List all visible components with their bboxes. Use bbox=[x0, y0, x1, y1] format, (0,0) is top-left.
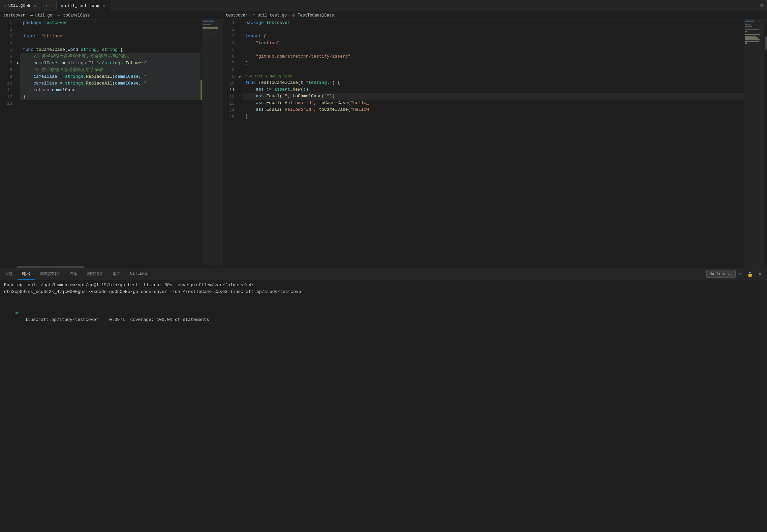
tab-more-button[interactable]: ··· bbox=[42, 0, 56, 11]
gutter-r7 bbox=[237, 60, 243, 67]
tab-problems-label: 问题 bbox=[5, 271, 13, 277]
tab-close-util-test-go[interactable]: ✕ bbox=[101, 3, 106, 9]
ln-right-11: 11 bbox=[226, 87, 235, 94]
right-editor-scroll[interactable]: 1 2 3 4 5 6 7 8 9 10 11 12 13 14 15 bbox=[222, 20, 767, 268]
right-vscroll-thumb[interactable] bbox=[765, 36, 767, 50]
breadcrumb-testcover-left[interactable]: testcover bbox=[3, 13, 25, 18]
left-scroll-thumb[interactable] bbox=[17, 266, 84, 268]
left-editor-pane: 1 2 3 4 5 6 7 8 9 10 11 12 13 bbox=[0, 20, 222, 268]
gutter-13 bbox=[15, 100, 20, 107]
ln-left-3: 3 bbox=[4, 33, 12, 40]
right-line-numbers: 1 2 3 4 5 6 7 8 9 10 11 12 13 14 15 bbox=[222, 20, 237, 268]
go-tests-dropdown[interactable]: Go Tests ⌄ bbox=[706, 270, 736, 278]
code-line-right-13: ass.Equal("Helloworld", toCamelCase("Hel… bbox=[243, 106, 744, 113]
clear-button[interactable]: ✕ bbox=[756, 270, 764, 278]
gutter-r3 bbox=[237, 33, 243, 40]
code-line-left-12: } bbox=[20, 94, 201, 100]
gutter-6 bbox=[15, 53, 20, 60]
code-line-left-1: package testcover bbox=[20, 20, 201, 26]
editors-container: 1 2 3 4 5 6 7 8 9 10 11 12 13 bbox=[0, 20, 767, 268]
gutter-warning-icon: ● bbox=[15, 60, 20, 67]
tab-terminal-label: 终端 bbox=[69, 271, 78, 277]
tab-gitlens[interactable]: GITLENS bbox=[125, 268, 152, 280]
tab-close-util-go[interactable]: ✕ bbox=[32, 3, 37, 8]
code-line-right-5 bbox=[243, 46, 744, 53]
right-vscrollbar[interactable] bbox=[764, 20, 767, 268]
ln-left-2: 2 bbox=[4, 26, 12, 33]
ln-right-8: 8 bbox=[226, 67, 235, 73]
gutter-11 bbox=[15, 87, 20, 94]
left-scrollbar[interactable] bbox=[0, 265, 222, 268]
gutter-8 bbox=[15, 67, 20, 73]
minimap-r1 bbox=[745, 21, 754, 22]
tab-util-test-go[interactable]: ∞ util_test.go ✕ bbox=[57, 0, 111, 11]
minimap-line bbox=[203, 31, 219, 32]
left-editor-scroll[interactable]: 1 2 3 4 5 6 7 8 9 10 11 12 13 bbox=[0, 20, 222, 265]
list-view-button[interactable]: ≡ bbox=[737, 270, 744, 278]
code-line-right-4: "testing" bbox=[243, 40, 744, 46]
right-minimap-content bbox=[744, 20, 764, 45]
minimap-line bbox=[203, 36, 217, 37]
gutter-3 bbox=[15, 33, 20, 40]
breadcrumb-container: testcover › ∞ util.go › ⊹ toCamelCase te… bbox=[0, 12, 767, 20]
gutter-r12 bbox=[237, 94, 243, 100]
run-test-debug-annotation[interactable]: run test | debug test bbox=[243, 73, 744, 79]
tab-problems[interactable]: 问题 bbox=[0, 268, 18, 280]
breadcrumb-testcover-right[interactable]: testcover bbox=[226, 13, 248, 18]
code-line-right-2 bbox=[243, 26, 744, 33]
minimap-r3 bbox=[745, 24, 750, 25]
ln-right-3: 3 bbox=[226, 33, 235, 40]
tab-output[interactable]: 输出 bbox=[18, 268, 35, 280]
breadcrumb-utiltestgo[interactable]: ∞ util_test.go bbox=[253, 13, 287, 18]
breadcrumb-utilgo[interactable]: ∞ util.go bbox=[30, 13, 52, 18]
ln-left-7: 7 bbox=[4, 60, 12, 67]
minimap-r8 bbox=[745, 32, 747, 34]
ln-left-13: 13 bbox=[4, 100, 12, 107]
code-line-left-9: camelCase = strings.ReplaceAll(camelCase… bbox=[20, 73, 201, 80]
code-line-right-15 bbox=[243, 120, 744, 127]
breadcrumb-tocamelcase[interactable]: ⊹ toCamelCase bbox=[57, 13, 90, 18]
editor-settings-button[interactable]: ⚙ bbox=[757, 0, 767, 11]
lock-button[interactable]: 🔒 bbox=[745, 270, 755, 278]
code-line-right-3: import ( bbox=[243, 33, 744, 40]
tab-modified-indicator bbox=[27, 4, 30, 7]
code-line-right-6: "github.com/stretchr/testify/assert" bbox=[243, 53, 744, 60]
breadcrumb-testtocamelcase[interactable]: ⊹ TestToCamelCase bbox=[292, 13, 334, 18]
minimap-r14 bbox=[745, 42, 747, 44]
tab-bar: ∞ util.go ✕ ··· ∞ util_test.go ✕ ⚙ bbox=[0, 0, 767, 12]
right-code-content[interactable]: run package tests | run file tests packa… bbox=[243, 20, 744, 268]
more-tabs-icon: ··· bbox=[45, 3, 53, 8]
code-line-left-4 bbox=[20, 40, 201, 46]
ln-left-11: 11 bbox=[4, 87, 12, 94]
ln-left-1: 1 bbox=[4, 20, 12, 26]
ln-right-15: 15 bbox=[226, 114, 235, 121]
left-code-content[interactable]: package testcover import "strings" func … bbox=[20, 20, 201, 265]
go-icon-left: ∞ bbox=[4, 4, 6, 8]
ln-left-8: 8 bbox=[4, 67, 12, 73]
left-minimap bbox=[202, 20, 222, 265]
gutter-r6 bbox=[237, 53, 243, 60]
tab-test-modified-indicator bbox=[96, 5, 99, 7]
tab-debug-console[interactable]: 调试控制台 bbox=[35, 268, 65, 280]
tab-debug-console-label: 调试控制台 bbox=[40, 271, 60, 277]
code-line-left-7: camelCase := strings.Title(strings.ToLow… bbox=[20, 60, 201, 67]
tab-util-go[interactable]: ∞ util.go ✕ bbox=[0, 0, 42, 11]
ln-right-1: 1 bbox=[226, 20, 235, 26]
gutter-run-icon[interactable]: ▶ bbox=[237, 73, 243, 80]
tab-terminal[interactable]: 终端 bbox=[65, 268, 82, 280]
go-icon-right: ∞ bbox=[61, 4, 63, 8]
gutter-r2 bbox=[237, 26, 243, 33]
code-line-left-13 bbox=[20, 100, 201, 107]
code-line-left-5: func toCamelCase(word string) string { bbox=[20, 46, 201, 53]
tab-ports[interactable]: 端口 bbox=[108, 268, 125, 280]
ln-left-5: 5 bbox=[4, 46, 12, 53]
gutter-1 bbox=[15, 20, 20, 26]
ln-right-2: 2 bbox=[226, 26, 235, 33]
tab-test-results[interactable]: 测试结果 bbox=[82, 268, 108, 280]
minimap-line-hl bbox=[203, 29, 219, 30]
gutter-5 bbox=[15, 46, 20, 53]
ln-right-12: 12 bbox=[226, 94, 235, 100]
code-line-right-8 bbox=[243, 67, 744, 73]
terminal-line-4: ok liuscraft.op/study/testcover 0.097s c… bbox=[4, 303, 763, 331]
breadcrumb-left: testcover › ∞ util.go › ⊹ toCamelCase bbox=[0, 12, 222, 19]
